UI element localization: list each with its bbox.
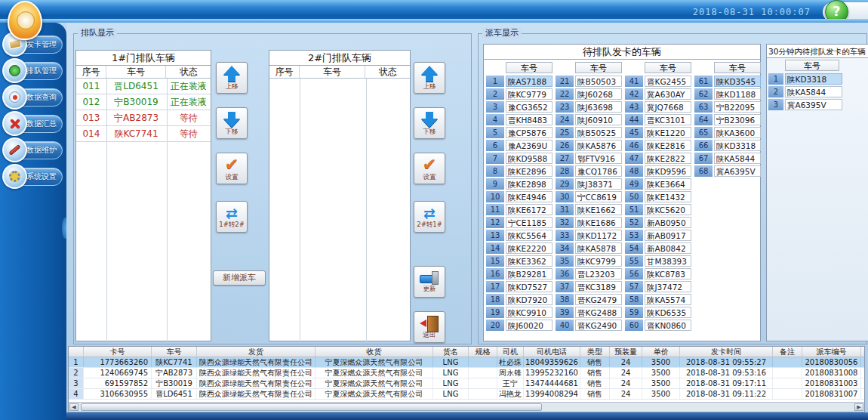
pending-row[interactable]: 49陕KE3664 [625,178,693,190]
pending-plate[interactable]: 晋KN0860 [645,320,691,331]
pending-plate[interactable]: 陕KC9779 [506,88,553,100]
soon-plate[interactable]: 陕KD3318 [785,73,842,85]
sidebar-item-system-settings[interactable]: 系统设置 [4,165,64,188]
pending-plate[interactable]: 陕KD9588 [506,153,553,164]
pending-row[interactable]: 37晋KC3189 [556,280,623,293]
gate2-move-up-button[interactable]: 上移 [414,62,445,94]
scroll-right-button[interactable]: ▶ [854,403,863,411]
pending-row[interactable]: 23陕J63698 [556,100,623,113]
pending-plate[interactable]: 豫CG3652 [506,101,553,113]
pending-plate[interactable]: 陕KE2816 [645,140,691,151]
pending-plate[interactable]: 豫CQ1786 [575,165,622,177]
pending-plate[interactable]: 豫A2369U [506,140,553,151]
soon-row[interactable]: 3冀A6395V [768,98,868,111]
pending-plate[interactable]: 陕KD7920 [506,294,553,305]
pending-plate[interactable]: 宁B23096 [714,114,761,125]
pending-plate[interactable]: 陕KD3545 [714,76,761,87]
pending-row[interactable]: 19陕KC9910 [486,306,554,319]
help-button[interactable]: ? [825,0,848,23]
pending-row[interactable]: 15陕KE3362 [486,255,554,267]
pending-row[interactable]: 3豫CG3652 [486,100,554,113]
pending-plate[interactable]: 陕KE2822 [645,153,691,164]
queue-row[interactable]: 011晋LD6451正在装液 [76,79,211,94]
pending-plate[interactable]: 陕J60910 [575,114,622,125]
gate1-to-gate2-button[interactable]: ⇄ 1#转2# [216,201,248,233]
soon-row[interactable]: 1陕KD3318 [768,73,868,85]
gate1-move-up-button[interactable]: 上移 [216,62,248,94]
pending-plate[interactable]: 陕KE3664 [645,178,691,190]
pending-plate[interactable]: 陕KA5876 [575,140,622,151]
pending-row[interactable]: 58陕KA5574 [625,293,693,306]
pending-plate[interactable]: 陕KE3362 [506,255,553,267]
pending-row[interactable]: 22陕J60268 [556,88,623,100]
pending-row[interactable]: 57陕J37472 [625,280,693,293]
pending-plate[interactable]: 新AB0842 [645,242,691,254]
pending-plate[interactable]: 陕KC5620 [645,204,691,215]
soon-row[interactable]: 2陕KA5844 [768,85,868,98]
pending-plate[interactable]: 陕KE2220 [506,242,553,254]
pending-row[interactable]: 28豫CQ1786 [556,165,623,178]
pending-plate[interactable]: 陕KC9799 [575,255,622,267]
pending-plate[interactable]: 陕J63698 [575,101,622,113]
pending-plate[interactable]: 陕KE1432 [645,191,691,202]
gate2-set-button[interactable]: ✔ 设置 [414,153,445,184]
pending-row[interactable]: 6豫A2369U [486,139,554,152]
pending-row[interactable]: 32陕KE1686 [556,216,623,229]
pending-plate[interactable]: 陕KA5574 [645,294,691,305]
pending-row[interactable]: 30宁CC8619 [556,190,623,203]
pending-row[interactable]: 50陕KE1432 [625,190,693,203]
pending-plate[interactable]: 陕KD9596 [645,165,691,177]
pending-plate[interactable]: 陕KC5564 [506,230,553,241]
pending-row[interactable]: 18陕KD7920 [486,293,554,306]
pending-row[interactable]: 13陕KC5564 [486,229,554,242]
sidebar-item-data-summary[interactable]: 数据汇总 [4,113,64,135]
pending-plate[interactable]: 陕KE2896 [506,165,553,177]
pending-plate[interactable]: 陕J60020 [506,320,553,331]
pending-row[interactable]: 16陕B29281 [486,267,554,280]
pending-row[interactable]: 66陕KD3318 [694,139,762,152]
table-row[interactable]: 43106630955晋LD6451陕西众源绿能天然气有限责任公司宁夏深燃众源天… [69,389,864,400]
exit-button[interactable]: 退出 [414,311,445,343]
pending-plate[interactable]: 豫CP5876 [506,127,553,138]
pending-row[interactable]: 39晋KG2488 [556,306,623,319]
queue-row[interactable]: 014陕KC7741等待 [76,126,211,142]
pending-plate[interactable]: 陕KA5878 [575,242,622,254]
gate2-move-down-button[interactable]: 下移 [414,107,445,139]
pending-row[interactable]: 46陕KE2816 [625,139,693,152]
pending-plate[interactable]: 宁CE1185 [506,217,553,228]
pending-row[interactable]: 33陕KD1172 [556,229,623,242]
pending-plate[interactable]: 冀A630AY [645,88,691,100]
pending-plate[interactable]: 晋KH8483 [506,114,553,125]
pending-row[interactable]: 12宁CE1185 [486,216,554,229]
pending-row[interactable]: 67陕KA5844 [694,152,762,165]
pending-row[interactable]: 64宁B23096 [694,113,762,126]
pending-row[interactable]: 31陕KE1662 [556,203,623,216]
pending-row[interactable]: 38晋KG2479 [556,293,623,306]
pending-row[interactable]: 56陕KC8783 [625,267,693,280]
pending-plate[interactable]: 陕KA3600 [714,127,761,138]
pending-row[interactable]: 11陕KE6172 [486,203,554,216]
pending-row[interactable]: 45陕KE1220 [625,126,693,139]
pending-row[interactable]: 53新AB0917 [625,229,693,242]
pending-plate[interactable]: 新AB0917 [645,230,691,241]
pending-row[interactable]: 34陕KA5878 [556,242,623,255]
pending-plate[interactable]: 陕KE1686 [575,217,622,228]
pending-row[interactable]: 8陕KE2896 [486,165,554,178]
pending-plate[interactable]: 晋KG2455 [645,76,691,87]
pending-plate[interactable]: 鄂FTV916 [575,153,622,164]
table-row[interactable]: 3691597852宁B30019陕西众源绿能天然气有限责任公司宁夏深燃众源天然… [69,378,864,389]
pending-plate[interactable]: 陕KD3318 [714,140,761,151]
pending-plate[interactable]: 陕B50503 [575,76,622,87]
pending-row[interactable]: 36晋L23203 [556,267,623,280]
pending-plate[interactable]: 陕KE4946 [506,191,553,202]
sidebar-item-queue-management[interactable]: 排队管理 [4,60,64,82]
pending-row[interactable]: 5豫CP5876 [486,126,554,139]
pending-plate[interactable]: 冀A6395V [714,165,761,177]
pending-plate[interactable]: 陕KE1662 [575,204,622,215]
pending-row[interactable]: 27鄂FTV916 [556,152,623,165]
pending-row[interactable]: 52新AB0950 [625,216,693,229]
pending-row[interactable]: 26陕KA5876 [556,139,623,152]
pending-plate[interactable]: 陕KE2898 [506,178,553,190]
pending-row[interactable]: 54新AB0842 [625,242,693,255]
table-row[interactable]: 21240669745宁AB2873陕西众源绿能天然气有限责任公司宁夏深燃众源天… [69,368,864,378]
